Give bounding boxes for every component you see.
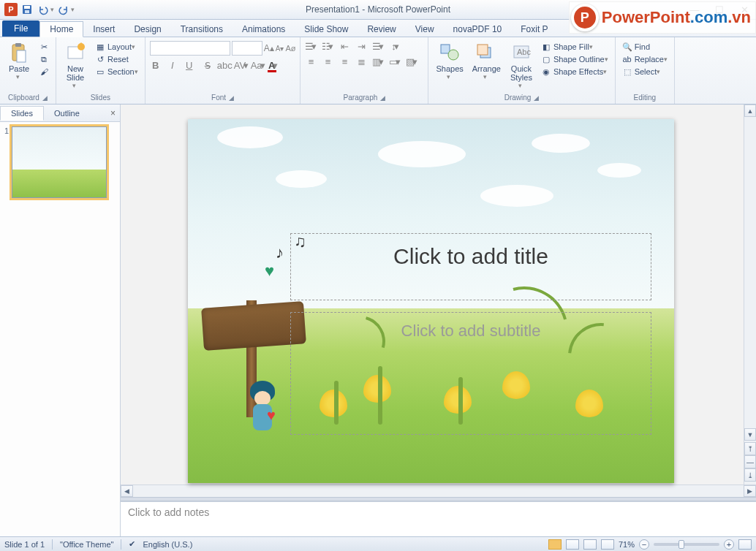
text-direction-button[interactable]: ↕▾ bbox=[389, 41, 401, 52]
watermark-icon: P bbox=[571, 4, 599, 31]
shape-outline-button[interactable]: ▢Shape Outline ▾ bbox=[539, 53, 611, 65]
shrink-font-icon[interactable]: A▾ bbox=[276, 45, 284, 53]
tab-animations[interactable]: Animations bbox=[233, 22, 295, 37]
reading-view-button[interactable] bbox=[583, 539, 597, 550]
align-left-button[interactable]: ≡ bbox=[305, 56, 317, 67]
quick-styles-button[interactable]: Abc Quick Styles▾ bbox=[507, 41, 536, 92]
arrange-button[interactable]: Arrange▾ bbox=[469, 41, 504, 92]
font-color-button[interactable]: A▾ bbox=[268, 60, 279, 71]
tab-review[interactable]: Review bbox=[358, 22, 405, 37]
slide-canvas[interactable]: ♥ ♪ ♫ ♥ Click to add title bbox=[188, 119, 674, 483]
select-icon: ⬚ bbox=[622, 66, 632, 77]
line-spacing-button[interactable]: ☰▾ bbox=[372, 41, 384, 52]
align-center-button[interactable]: ≡ bbox=[322, 56, 333, 67]
replace-button[interactable]: abReplace ▾ bbox=[620, 53, 670, 65]
zoom-in-button[interactable]: + bbox=[724, 539, 734, 550]
tab-novapdf[interactable]: novaPDF 10 bbox=[444, 22, 512, 37]
bold-button[interactable]: B bbox=[150, 60, 162, 71]
justify-button[interactable]: ≣ bbox=[355, 56, 367, 67]
select-button[interactable]: ⬚Select ▾ bbox=[620, 66, 670, 77]
shape-fill-button[interactable]: ◧Shape Fill ▾ bbox=[539, 41, 611, 53]
tab-foxit[interactable]: Foxit P bbox=[511, 22, 557, 37]
strikethrough-button[interactable]: S̶ bbox=[200, 60, 212, 71]
notes-pane[interactable]: Click to add notes bbox=[121, 501, 756, 536]
clear-format-icon[interactable]: Aø bbox=[285, 44, 295, 53]
svg-point-9 bbox=[448, 50, 458, 60]
paste-icon bbox=[9, 42, 29, 63]
panel-tab-slides[interactable]: Slides bbox=[0, 106, 44, 121]
scroll-left-icon[interactable]: ◀ bbox=[121, 485, 133, 497]
undo-dropdown-icon[interactable]: ▾ bbox=[50, 6, 54, 13]
font-launcher-icon[interactable]: ◢ bbox=[229, 94, 234, 102]
columns-button[interactable]: ▥▾ bbox=[372, 56, 384, 67]
italic-button[interactable]: I bbox=[167, 60, 178, 71]
tab-home[interactable]: Home bbox=[39, 21, 83, 37]
clipboard-launcher-icon[interactable]: ◢ bbox=[42, 94, 48, 102]
save-icon[interactable] bbox=[20, 3, 34, 16]
scroll-right-icon[interactable]: ▶ bbox=[744, 485, 756, 497]
shape-effects-button[interactable]: ◉Shape Effects ▾ bbox=[539, 66, 611, 77]
tab-slideshow[interactable]: Slide Show bbox=[295, 22, 358, 37]
drawing-launcher-icon[interactable]: ◢ bbox=[534, 94, 539, 102]
vertical-scrollbar[interactable]: ▲ ▼ ⤒ — ⤓ bbox=[744, 104, 756, 484]
shapes-button[interactable]: Shapes▾ bbox=[433, 41, 466, 92]
cut-button[interactable]: ✂ bbox=[37, 41, 51, 53]
layout-button[interactable]: ▦Layout ▾ bbox=[93, 41, 140, 53]
thumbnail-preview[interactable] bbox=[12, 126, 107, 198]
horizontal-scrollbar[interactable]: ◀ ▶ bbox=[121, 484, 756, 497]
tab-transitions[interactable]: Transitions bbox=[171, 22, 233, 37]
zoom-slider[interactable] bbox=[654, 543, 719, 546]
change-case-button[interactable]: Aa▾ bbox=[251, 60, 262, 71]
panel-close-icon[interactable]: × bbox=[106, 108, 120, 118]
scroll-down-icon[interactable]: ▼ bbox=[744, 428, 756, 441]
spellcheck-icon[interactable]: ✔ bbox=[129, 539, 135, 549]
app-icon[interactable]: P bbox=[4, 3, 18, 16]
align-text-button[interactable]: ▭▾ bbox=[389, 56, 401, 67]
sorter-view-button[interactable] bbox=[566, 539, 579, 550]
svg-rect-2 bbox=[25, 10, 29, 13]
zoom-level[interactable]: 71% bbox=[619, 540, 635, 549]
numbering-button[interactable]: ☷▾ bbox=[322, 41, 333, 52]
tab-view[interactable]: View bbox=[406, 22, 444, 37]
format-painter-button[interactable]: 🖌 bbox=[37, 66, 51, 77]
smartart-button[interactable]: ▧▾ bbox=[406, 56, 417, 67]
align-right-button[interactable]: ≡ bbox=[339, 56, 350, 67]
thumbnail-item[interactable]: 1 bbox=[4, 126, 116, 198]
undo-icon[interactable] bbox=[37, 3, 50, 16]
redo-icon[interactable] bbox=[57, 3, 70, 16]
shadow-button[interactable]: abc bbox=[217, 60, 229, 71]
reset-button[interactable]: ↺Reset bbox=[93, 53, 140, 65]
paste-button[interactable]: Paste▾ bbox=[4, 41, 34, 92]
new-slide-button[interactable]: New Slide▾ bbox=[61, 41, 90, 92]
underline-button[interactable]: U bbox=[184, 60, 195, 71]
section-button[interactable]: ▭Section ▾ bbox=[93, 66, 140, 77]
font-family-combo[interactable] bbox=[150, 41, 230, 56]
tab-design[interactable]: Design bbox=[124, 22, 170, 37]
slide-nav-menu[interactable]: — bbox=[744, 455, 756, 468]
thumbnail-number: 1 bbox=[4, 126, 9, 198]
copy-button[interactable]: ⧉ bbox=[37, 53, 51, 65]
qat-customize-icon[interactable]: ▾ bbox=[71, 6, 75, 13]
bullets-button[interactable]: ☰▾ bbox=[305, 41, 317, 52]
normal-view-button[interactable] bbox=[548, 539, 562, 550]
grow-font-icon[interactable]: A▴ bbox=[264, 43, 274, 53]
panel-tab-outline[interactable]: Outline bbox=[44, 107, 90, 120]
status-language[interactable]: English (U.S.) bbox=[143, 540, 192, 549]
decrease-indent-button[interactable]: ⇤ bbox=[339, 41, 350, 52]
scroll-up-icon[interactable]: ▲ bbox=[744, 104, 756, 117]
char-spacing-button[interactable]: AV▾ bbox=[234, 60, 246, 71]
fit-to-window-button[interactable] bbox=[738, 539, 752, 550]
title-placeholder[interactable]: Click to add title bbox=[290, 233, 651, 300]
next-slide-button[interactable]: ⤓ bbox=[744, 468, 756, 482]
prev-slide-button[interactable]: ⤒ bbox=[744, 442, 756, 455]
tab-file[interactable]: File bbox=[2, 20, 39, 37]
zoom-out-button[interactable]: − bbox=[639, 539, 649, 550]
slideshow-view-button[interactable] bbox=[601, 539, 614, 550]
subtitle-placeholder[interactable]: Click to add subtitle bbox=[290, 312, 651, 435]
tab-insert[interactable]: Insert bbox=[83, 22, 124, 37]
increase-indent-button[interactable]: ⇥ bbox=[355, 41, 367, 52]
find-button[interactable]: 🔍Find bbox=[620, 41, 670, 53]
paragraph-launcher-icon[interactable]: ◢ bbox=[380, 94, 385, 102]
font-size-combo[interactable] bbox=[232, 41, 262, 56]
ribbon: Paste▾ ✂ ⧉ 🖌 Clipboard◢ New Slide▾ ▦Layo… bbox=[0, 37, 756, 104]
